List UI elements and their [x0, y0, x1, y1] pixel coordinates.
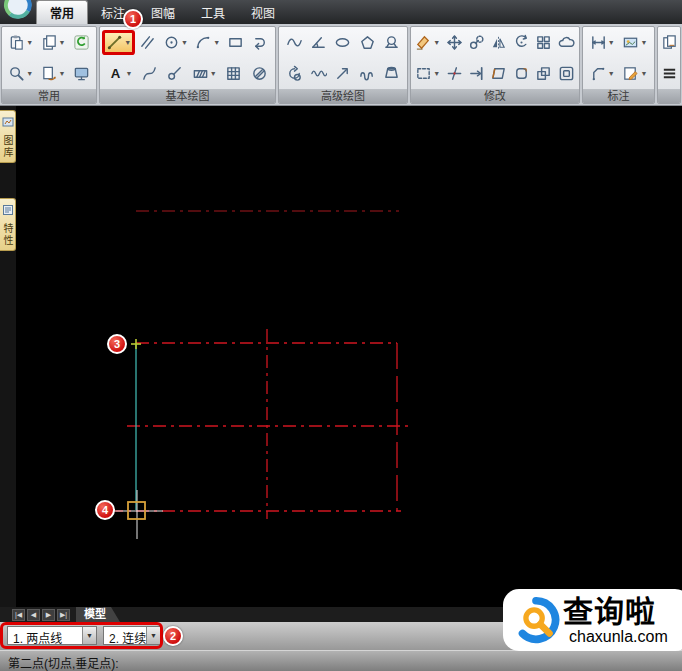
chevron-down-icon[interactable]: ▼ — [59, 39, 66, 46]
titlebar: 常用标注图幅工具视图 — [0, 0, 682, 24]
dimstyle-button[interactable]: ▼ — [621, 33, 648, 52]
formula-icon — [286, 65, 303, 82]
rotate-button[interactable] — [512, 33, 531, 52]
chevron-down-icon[interactable]: ▼ — [59, 70, 66, 77]
menulines-button[interactable] — [660, 64, 679, 83]
dimedit-button[interactable]: ▼ — [621, 64, 648, 83]
dimlinear-button[interactable]: ▼ — [589, 33, 616, 52]
chevron-down-icon[interactable]: ▼ — [640, 39, 647, 46]
ribbon-panel: ▼▼修改 — [410, 26, 580, 104]
watermark: 查询啦 chaxunla.com — [503, 589, 682, 651]
erase-button[interactable]: ▼ — [414, 33, 441, 52]
panel-label: 标注 — [583, 89, 654, 103]
chevron-down-icon[interactable]: ▼ — [608, 39, 615, 46]
sketch-button[interactable] — [165, 64, 184, 83]
trim-button[interactable] — [445, 64, 464, 83]
chevron-down-icon[interactable]: ▼ — [125, 70, 132, 77]
drawing-canvas[interactable]: 图库 特性 3 4 — [0, 106, 682, 607]
paste-button[interactable]: ▼ — [7, 33, 34, 52]
select-button[interactable]: ▼ — [414, 64, 441, 83]
stack-button[interactable] — [534, 64, 553, 83]
chevron-down-icon[interactable]: ▼ — [26, 70, 33, 77]
polygon-button[interactable] — [358, 33, 377, 52]
sheet-nav-button-2[interactable]: ▶ — [42, 609, 55, 621]
dimlinear-icon — [590, 34, 607, 51]
hatch-button[interactable] — [224, 64, 243, 83]
tab-工具[interactable]: 工具 — [188, 1, 238, 24]
chain-button[interactable] — [358, 64, 377, 83]
shear-button[interactable] — [489, 64, 508, 83]
formula-button[interactable] — [285, 64, 304, 83]
arrow-icon — [334, 65, 351, 82]
chevron-down-icon[interactable]: ▼ — [608, 70, 615, 77]
angle-button[interactable] — [309, 33, 328, 52]
line-type-combobox[interactable]: 1. 两点线 ▼ — [7, 626, 97, 645]
offset-button[interactable] — [557, 64, 576, 83]
offset-icon — [558, 65, 575, 82]
hook-button[interactable] — [251, 33, 270, 52]
panel-label — [658, 89, 680, 103]
tab-图幅[interactable]: 图幅 — [138, 1, 188, 24]
array-button[interactable] — [534, 33, 553, 52]
sheet-nav-button-0[interactable]: |◀ — [12, 609, 25, 621]
chevron-down-icon[interactable]: ▼ — [82, 627, 96, 644]
chevron-down-icon[interactable]: ▼ — [213, 39, 220, 46]
docpages-button[interactable] — [660, 33, 679, 52]
shear-icon — [490, 65, 507, 82]
text-button[interactable]: A▼ — [106, 64, 133, 83]
hatch-icon — [225, 65, 242, 82]
arc-button[interactable]: ▼ — [194, 33, 221, 52]
move-button[interactable] — [445, 33, 464, 52]
arrow-button[interactable] — [333, 64, 352, 83]
chevron-down-icon[interactable]: ▼ — [210, 70, 217, 77]
select-icon — [415, 65, 432, 82]
squiggle-button[interactable] — [309, 64, 328, 83]
chevron-down-icon[interactable]: ▼ — [433, 70, 440, 77]
cone-button[interactable] — [382, 64, 401, 83]
region-button[interactable] — [250, 64, 269, 83]
frame-button[interactable] — [512, 64, 531, 83]
watermark-domain: chaxunla.com — [569, 628, 668, 645]
ellipse-button[interactable] — [333, 33, 352, 52]
dimcoord-button[interactable]: ▼ — [589, 64, 616, 83]
angle-icon — [310, 34, 327, 51]
hook-icon — [252, 34, 269, 51]
chevron-down-icon[interactable]: ▼ — [433, 39, 440, 46]
wave-button[interactable] — [285, 33, 304, 52]
chevron-down-icon[interactable]: ▼ — [640, 70, 647, 77]
parallel-button[interactable] — [138, 33, 157, 52]
chevron-down-icon[interactable]: ▼ — [26, 39, 33, 46]
mirror-button[interactable] — [489, 33, 508, 52]
tab-视图[interactable]: 视图 — [238, 1, 288, 24]
copy-button[interactable]: ▼ — [40, 33, 67, 52]
tab-常用[interactable]: 常用 — [36, 0, 88, 24]
circle-button[interactable]: ▼ — [162, 33, 189, 52]
screen-button[interactable] — [72, 64, 91, 83]
sheet-nav-button-1[interactable]: ◀ — [27, 609, 40, 621]
cloud-button[interactable] — [557, 33, 576, 52]
line-button[interactable]: ▼ — [105, 33, 132, 52]
model-tab[interactable]: 模型 — [76, 607, 120, 622]
spline-button[interactable] — [140, 64, 159, 83]
section-button[interactable]: ▼ — [191, 64, 218, 83]
line-mode-combobox[interactable]: 2. 连续 ▼ — [103, 626, 161, 645]
refresh-button[interactable] — [72, 33, 91, 52]
section-icon — [192, 65, 209, 82]
copy-icon — [41, 34, 58, 51]
chevron-down-icon[interactable]: ▼ — [146, 627, 160, 644]
chevron-down-icon[interactable]: ▼ — [124, 39, 131, 46]
zoom-icon — [8, 65, 25, 82]
chevron-down-icon[interactable]: ▼ — [181, 39, 188, 46]
extend-button[interactable] — [467, 64, 486, 83]
sheet-nav-button-3[interactable]: ▶| — [57, 609, 70, 621]
zoom-button[interactable]: ▼ — [7, 64, 34, 83]
bearing-button[interactable] — [382, 33, 401, 52]
copyrot-button[interactable] — [467, 33, 486, 52]
svg-text:A: A — [111, 66, 121, 81]
cone-icon — [383, 65, 400, 82]
app-logo-icon[interactable] — [3, 0, 33, 20]
rectangle-button[interactable] — [226, 33, 245, 52]
ribbon: ▼▼▼▼常用▼▼▼A▼▼基本绘图高级绘图▼▼修改▼▼▼▼标注 — [0, 24, 682, 106]
panel-label: 基本绘图 — [100, 89, 275, 103]
send-button[interactable]: ▼ — [40, 64, 67, 83]
